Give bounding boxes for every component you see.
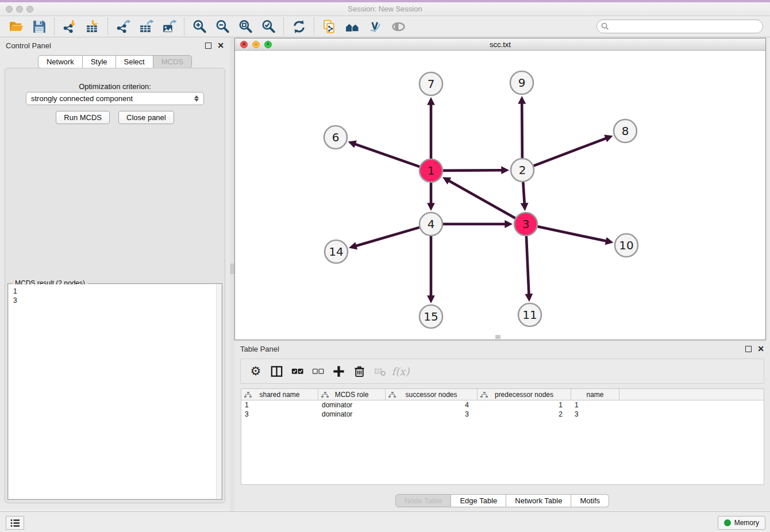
refresh-view-button[interactable] <box>287 17 310 36</box>
hide-labels-button[interactable] <box>364 17 387 36</box>
tab-select[interactable]: Select <box>116 55 153 68</box>
graph-node-10[interactable]: 10 <box>615 234 638 257</box>
network-window-titlebar: ✕ − + scc.txt <box>235 38 765 51</box>
memory-button[interactable]: Memory <box>718 516 765 530</box>
table-cell[interactable]: 3 <box>571 410 619 419</box>
graph-edge-2-8[interactable] <box>534 138 606 166</box>
control-panel-title: Control Panel <box>6 41 51 50</box>
network-graph: 7968124314101511 <box>235 51 765 340</box>
network-canvas[interactable]: 7968124314101511 <box>235 51 765 340</box>
graph-node-11[interactable]: 11 <box>518 303 541 326</box>
graph-edge-2-9[interactable] <box>522 103 522 158</box>
export-table-icon <box>138 19 154 34</box>
tab-network[interactable]: Network <box>38 55 83 68</box>
delete-column-button[interactable] <box>349 360 369 382</box>
float-table-panel-icon[interactable] <box>745 346 752 352</box>
zoom-fit-button[interactable] <box>234 17 257 36</box>
export-network-button[interactable] <box>111 17 134 36</box>
column-type-icon <box>321 392 329 398</box>
graph-node-14[interactable]: 14 <box>325 240 348 263</box>
table-cell[interactable]: 4 <box>386 400 478 410</box>
graph-edge-3-11[interactable] <box>526 236 529 294</box>
copy-document-icon <box>322 19 337 34</box>
column-header-predecessor-nodes[interactable]: predecessor nodes <box>478 389 571 400</box>
close-table-panel-icon[interactable]: ✕ <box>757 345 764 353</box>
graph-node-8[interactable]: 8 <box>614 119 637 142</box>
close-panel-icon[interactable]: ✕ <box>217 41 224 49</box>
optimization-criterion-select[interactable]: strongly connected component <box>26 92 204 105</box>
graph-edge-3-1[interactable] <box>449 181 515 218</box>
search-input[interactable] <box>596 20 763 33</box>
graph-edge-2-3[interactable] <box>523 182 524 203</box>
graph-node-9[interactable]: 9 <box>510 71 533 94</box>
float-panel-icon[interactable] <box>205 43 211 49</box>
toolbar-separator <box>107 18 108 35</box>
export-table-button[interactable] <box>134 17 157 36</box>
table-cell[interactable]: 1 <box>241 400 318 410</box>
zoom-fit-icon <box>238 19 253 34</box>
node-label: 10 <box>619 238 633 252</box>
graph-node-3[interactable]: 3 <box>514 213 537 236</box>
table-settings-button[interactable]: ⚙ <box>245 360 266 382</box>
tab-node-table[interactable]: Node Table <box>395 494 452 507</box>
node-label: 2 <box>519 163 526 177</box>
table-cell[interactable]: 3 <box>386 410 478 419</box>
deselect-all-button[interactable] <box>307 360 328 382</box>
table-cell[interactable]: 1 <box>478 400 571 410</box>
table-row[interactable]: 3dominator323 <box>241 410 764 419</box>
column-header-successor-nodes[interactable]: successor nodes <box>386 389 478 400</box>
select-all-button[interactable] <box>287 360 307 382</box>
canvas-scroll-thumb[interactable] <box>495 335 500 339</box>
panel-splitter[interactable] <box>230 37 234 511</box>
optimization-criterion-label: Optimization criterion: <box>5 82 225 91</box>
graph-node-15[interactable]: 15 <box>419 305 442 328</box>
zoom-selected-button[interactable] <box>257 17 280 36</box>
table-row[interactable]: 1dominator411 <box>241 400 764 410</box>
open-session-button[interactable] <box>5 17 28 36</box>
table-cell[interactable]: 1 <box>571 400 619 410</box>
graph-edge-4-14[interactable] <box>356 228 419 246</box>
graph-edge-1-6[interactable] <box>355 144 419 167</box>
save-session-button[interactable] <box>28 17 51 36</box>
graph-node-7[interactable]: 7 <box>419 72 442 95</box>
splitter-grip[interactable] <box>230 264 234 274</box>
export-image-button[interactable] <box>157 17 180 36</box>
developers-log-button[interactable] <box>6 516 24 530</box>
tab-mcds[interactable]: MCDS <box>153 55 192 68</box>
table-cell[interactable]: dominator <box>318 410 386 419</box>
toggle-graphics-button[interactable] <box>387 17 410 36</box>
table-cell[interactable]: dominator <box>318 400 386 410</box>
add-column-button[interactable] <box>328 360 349 382</box>
graph-edge-3-10[interactable] <box>538 226 606 241</box>
close-panel-button[interactable]: Close panel <box>118 111 174 124</box>
first-neighbors-button[interactable] <box>341 17 364 36</box>
zoom-out-button[interactable] <box>211 17 234 36</box>
column-header-shared-name[interactable]: shared name <box>241 389 318 400</box>
table-cell[interactable]: 2 <box>478 410 571 419</box>
copy-document-button[interactable] <box>318 17 341 36</box>
control-panel: Control Panel ✕ NetworkStyleSelectMCDS O… <box>0 38 230 508</box>
import-table-button[interactable] <box>81 17 104 36</box>
split-panel-button[interactable] <box>266 360 287 382</box>
column-header-name[interactable]: name <box>571 389 619 400</box>
import-network-button[interactable] <box>58 17 81 36</box>
graph-node-2[interactable]: 2 <box>511 159 534 182</box>
tab-motifs[interactable]: Motifs <box>571 494 609 507</box>
column-header-MCDS-role[interactable]: MCDS role <box>318 389 386 400</box>
table-panel: Table Panel ✕ ⚙f(x) shared nameMCDS role… <box>234 341 770 510</box>
mcds-result-box[interactable]: 1 3 <box>9 284 221 499</box>
run-mcds-button[interactable]: Run MCDS <box>56 111 110 124</box>
table-cell[interactable]: 3 <box>241 410 318 419</box>
graph-edge-1-2[interactable] <box>443 170 502 171</box>
graph-node-4[interactable]: 4 <box>419 213 442 236</box>
mcds-result-lines: 1 3 <box>9 284 221 305</box>
graph-node-6[interactable]: 6 <box>324 126 347 149</box>
graph-node-1[interactable]: 1 <box>419 159 442 182</box>
toolbar-separator <box>54 18 55 35</box>
tab-style[interactable]: Style <box>83 55 116 68</box>
mcds-result-scrollbar[interactable] <box>216 284 221 499</box>
node-label: 9 <box>518 76 526 90</box>
tab-edge-table[interactable]: Edge Table <box>451 494 506 507</box>
tab-network-table[interactable]: Network Table <box>506 494 571 507</box>
zoom-in-button[interactable] <box>188 17 211 36</box>
